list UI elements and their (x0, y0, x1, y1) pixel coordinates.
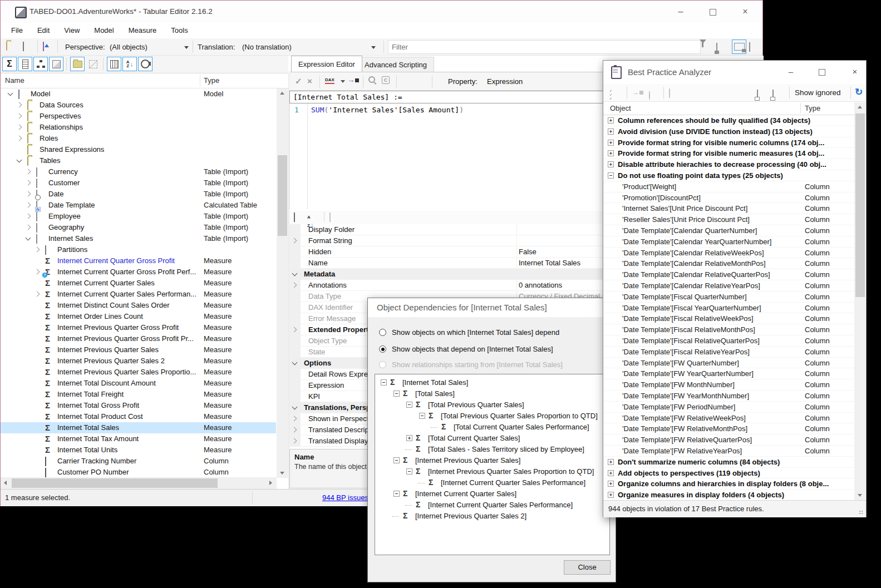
chevron-down-icon[interactable] (292, 404, 298, 410)
toggle-alphabetical-sort-button[interactable]: AZ↓ (122, 57, 137, 71)
maximize-button[interactable] (700, 3, 726, 21)
expand-plus-icon[interactable] (608, 129, 614, 135)
toggle-metadata-columns-button[interactable] (107, 57, 121, 71)
bpa-violation-row[interactable]: 'Product'[Weight]Column (603, 181, 855, 192)
tree-row-relationships[interactable]: Relationships (1, 122, 276, 133)
scroll-up-icon[interactable] (280, 92, 284, 95)
tree-row-internet-current-quarter-gross-profit[interactable]: ΣInternet Current Quarter Gross ProfitMe… (1, 255, 276, 266)
bpa-violation-row[interactable]: 'Date Template'[FW RelativeWeekPos]Colum… (603, 413, 855, 424)
chevron-right-icon[interactable] (17, 136, 22, 141)
expand-plus-icon[interactable] (608, 481, 614, 487)
minimize-button[interactable]: – (782, 64, 799, 80)
tree-row-model[interactable]: ModelModel (1, 88, 276, 100)
chevron-down-icon[interactable] (8, 91, 13, 96)
dependency-node[interactable]: Σ[Internet Previous Quarter Sales] (375, 455, 609, 466)
bpa-violation-row[interactable]: 'Date Template'[Calendar RelativeYearPos… (603, 280, 855, 291)
dependency-node[interactable]: Σ[Total Sales - Sales Territory sliced b… (375, 444, 609, 455)
collapse-minus-icon[interactable] (393, 391, 400, 397)
dependency-node[interactable]: Σ[Total Previous Quarter Sales Proportio… (375, 411, 609, 422)
bpa-rule-row[interactable]: Don't summarize numeric columns (84 obje… (603, 457, 855, 468)
column-divider[interactable] (800, 103, 801, 113)
bpa-violation-row[interactable]: 'Date Template'[FW YearMonthNumber]Colum… (603, 391, 855, 402)
minimize-button[interactable]: – (668, 3, 693, 21)
dependency-node[interactable]: Σ[Internet Total Sales] (375, 377, 609, 388)
menu-file[interactable]: File (4, 23, 30, 38)
bpa-rule-row[interactable]: Provide format string for visible numeri… (603, 137, 855, 149)
refresh-icon[interactable]: ↻ (855, 87, 863, 97)
tree-column-type[interactable]: Type (204, 73, 219, 88)
layout-split-icon[interactable] (716, 43, 717, 52)
bpa-violation-row[interactable]: 'Date Template'[Fiscal RelativeQuarterPo… (603, 335, 855, 347)
dependency-node[interactable]: Σ[Total Sales] (375, 388, 609, 399)
deploy-icon[interactable] (43, 42, 44, 51)
menu-model[interactable]: Model (87, 23, 121, 38)
chevron-right-icon[interactable] (26, 225, 31, 230)
dependency-node[interactable]: Σ[Internet Current Quarter Sales Perform… (375, 500, 609, 511)
tab-expression-editor[interactable]: Expression Editor (291, 56, 362, 72)
tree-row-partitions[interactable]: Partitions (1, 244, 276, 255)
tree-row-internet-total-units[interactable]: ΣInternet Total UnitsMeasure (1, 444, 276, 456)
toggle-measures-button[interactable]: Σ (2, 57, 17, 71)
tree-row-perspectives[interactable]: Perspectives (1, 111, 276, 122)
dependency-node[interactable]: Σ[Total Current Quarter Sales Performanc… (375, 422, 609, 433)
tree-row-carrier-tracking-number[interactable]: Carrier Tracking NumberColumn (1, 456, 276, 467)
dax-formatter-icon[interactable]: DAX (325, 77, 334, 84)
chevron-right-icon[interactable] (17, 113, 22, 119)
property-selector[interactable]: Expression (487, 72, 523, 91)
close-dialog-button[interactable]: Close (564, 560, 611, 575)
bpa-violation-row[interactable]: 'Reseller Sales'[Unit Price Discount Pct… (603, 214, 855, 225)
collapse-all-icon[interactable] (772, 90, 774, 98)
perspective-combobox[interactable]: (All objects) (110, 38, 147, 56)
chevron-right-icon[interactable] (35, 247, 40, 253)
tree-row-internet-current-quarter-sales-performan[interactable]: ΣInternet Current Quarter Sales Performa… (1, 289, 276, 300)
bpa-vertical-scrollbar[interactable] (854, 102, 865, 500)
bpa-violation-row[interactable]: 'Date Template'[Calendar RelativeWeekPos… (603, 248, 855, 259)
toggle-columns-button[interactable] (18, 57, 32, 71)
tree-row-internet-current-quarter-gross-profit-perf[interactable]: ΣInternet Current Quarter Gross Profit P… (1, 266, 276, 278)
bpa-rule-row[interactable]: Organize columns and hierarchies in disp… (603, 478, 855, 490)
tree-row-internet-total-tax-amount[interactable]: ΣInternet Total Tax AmountMeasure (1, 433, 276, 444)
bpa-column-type[interactable]: Type (805, 102, 820, 115)
maximize-button[interactable] (814, 64, 830, 80)
bpa-rule-row[interactable]: Avoid division (use DIVIDE function inst… (603, 126, 855, 137)
bpa-violation-row[interactable]: 'Date Template'[FW PeriodNumber]Column (603, 402, 855, 413)
property-value[interactable]: 0 annotations (519, 280, 562, 290)
toggle-partitions-button[interactable] (49, 57, 63, 71)
tree-row-internet-order-lines-count[interactable]: ΣInternet Order Lines CountMeasure (1, 311, 276, 322)
chevron-right-icon[interactable] (26, 180, 31, 186)
bpa-violation-row[interactable]: 'Date Template'[Fiscal RelativeMonthPos]… (603, 324, 855, 335)
bpa-violation-row[interactable]: 'Promotion'[DiscountPct]Column (603, 192, 855, 204)
tree-horizontal-scrollbar[interactable] (1, 477, 277, 489)
menu-measure[interactable]: Measure (121, 23, 164, 38)
goto-definition-icon[interactable]: → (347, 76, 359, 84)
tree-row-data-sources[interactable]: Data Sources (1, 100, 276, 111)
bpa-violation-row[interactable]: 'Date Template'[Calendar QuarterNumber]C… (603, 225, 855, 236)
scroll-up-icon[interactable] (858, 106, 862, 108)
bpa-rule-row[interactable]: Add objects to perspectives (119 objects… (603, 468, 855, 479)
expand-plus-icon[interactable] (608, 492, 614, 498)
scrollbar-thumb[interactable] (12, 478, 218, 488)
menu-view[interactable]: View (57, 23, 87, 38)
bpa-violation-row[interactable]: 'Date Template'[Fiscal QuarterNumber]Col… (603, 291, 855, 303)
tree-row-employee[interactable]: EmployeeTable (Import) (1, 211, 276, 222)
resize-grip[interactable] (859, 510, 864, 516)
bpa-violation-row[interactable]: 'Date Template'[FW YearQuarterNumber]Col… (603, 368, 855, 379)
tree-row-date[interactable]: DateTable (Import) (1, 189, 276, 200)
scrollbar-thumb[interactable] (278, 155, 287, 236)
bpa-violation-row[interactable]: 'Date Template'[FW RelativeQuarterPos]Co… (603, 434, 855, 446)
tree-row-internet-previous-quarter-gross-profit-pr[interactable]: ΣInternet Previous Quarter Gross Profit … (1, 333, 276, 344)
tree-vertical-scrollbar[interactable] (277, 88, 288, 478)
tree-row-internet-total-sales[interactable]: ΣInternet Total SalesMeasure (1, 422, 276, 433)
expand-plus-icon[interactable] (406, 435, 412, 441)
chevron-right-icon[interactable] (17, 102, 22, 108)
chevron-right-icon[interactable] (26, 191, 31, 197)
tree-row-tables[interactable]: Tables (1, 155, 276, 166)
tree-row-internet-previous-quarter-gross-profit[interactable]: ΣInternet Previous Quarter Gross ProfitM… (1, 322, 276, 333)
toggle-object-types-button[interactable] (138, 57, 152, 71)
toggle-hidden-objects-button[interactable] (86, 57, 100, 71)
chevron-down-icon[interactable] (17, 157, 22, 163)
expand-plus-icon[interactable] (608, 117, 614, 123)
tree-row-internet-sales[interactable]: Internet SalesTable (Import) (1, 233, 276, 244)
radio-icon[interactable] (379, 329, 386, 336)
bpa-violation-row[interactable]: 'Date Template'[FW QuarterNumber]Column (603, 358, 855, 369)
